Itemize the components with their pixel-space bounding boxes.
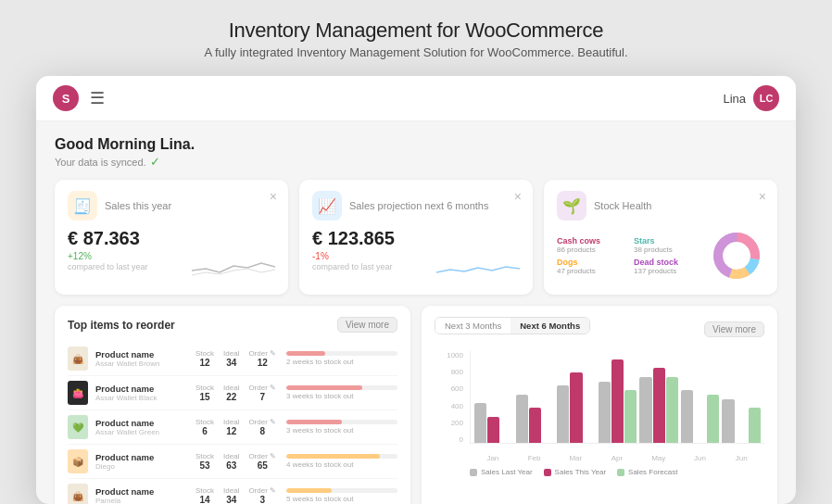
stock-bar-track xyxy=(286,420,397,424)
chart-bar xyxy=(516,395,528,443)
stock-out-text: 5 weeks to stock out xyxy=(286,495,397,503)
main-content: Good Morning Lina. Your data is synced. … xyxy=(36,121,796,504)
x-label: Jun xyxy=(681,454,720,462)
item-stats: Stock 53 Ideal 63 Order ✎ 65 xyxy=(195,452,279,471)
stat-stock: Stock 6 xyxy=(195,418,214,436)
sales-value: € 87.363 xyxy=(68,228,275,249)
chart-tab-3months[interactable]: Next 3 Months xyxy=(435,318,511,334)
health-card-close[interactable]: × xyxy=(759,189,766,204)
chart-bar xyxy=(639,377,651,443)
reorder-row: 👜 Product name Assar Wallet Brown Stock … xyxy=(68,342,397,376)
sync-check-icon: ✓ xyxy=(150,155,160,169)
bar-group xyxy=(516,351,555,443)
legend-this-year: Sales This Year xyxy=(544,468,606,476)
chart-bar xyxy=(653,368,665,443)
stat-order: Order ✎ 8 xyxy=(248,418,276,436)
item-bar-area: 3 weeks to stock out xyxy=(286,420,397,435)
sales-card-title: Sales this year xyxy=(105,200,171,211)
nav-logo: S xyxy=(53,85,79,111)
health-card-header: 🌱 Stock Health xyxy=(557,191,764,220)
donut-chart xyxy=(709,228,764,284)
bottom-row: Top items to reorder View more 👜 Product… xyxy=(55,306,777,504)
reorder-panel-header: Top items to reorder View more xyxy=(68,317,397,333)
reorder-title: Top items to reorder xyxy=(68,319,175,332)
hamburger-icon[interactable]: ☰ xyxy=(90,88,105,108)
chart-panel: Next 3 Months Next 6 Months View more 10… xyxy=(422,306,777,504)
item-name: Product name xyxy=(95,452,188,462)
bar-group xyxy=(639,351,678,443)
item-name: Product name xyxy=(95,349,188,359)
top-nav: S ☰ Lina LC xyxy=(36,76,796,121)
stock-bar-track xyxy=(286,488,397,493)
stock-bar-fill xyxy=(286,351,325,356)
chart-bar xyxy=(529,408,541,443)
chart-panel-header: Next 3 Months Next 6 Months View more xyxy=(435,317,764,342)
health-icon: 🌱 xyxy=(557,191,586,220)
chart-bar xyxy=(557,385,569,443)
cards-row: 🧾 Sales this year × € 87.363 +12% compar… xyxy=(55,180,777,295)
reorder-view-more[interactable]: View more xyxy=(337,317,397,333)
chart-bar xyxy=(624,390,637,443)
bar-chart: 1000 800 600 400 200 0 JanFebMarAprMayJu… xyxy=(435,351,764,462)
x-label: Mar xyxy=(556,454,595,462)
chart-bar xyxy=(681,390,693,443)
bar-group xyxy=(681,351,720,443)
chart-bar xyxy=(474,403,486,443)
x-label: Jun xyxy=(722,454,761,462)
item-bar-area: 2 weeks to stock out xyxy=(286,351,397,366)
chart-bar xyxy=(722,399,734,444)
sales-card-close[interactable]: × xyxy=(270,189,277,204)
page-header: Inventory Management for WooCommerce A f… xyxy=(204,19,627,59)
stat-stock: Stock 14 xyxy=(195,486,214,504)
item-bar-area: 5 weeks to stock out xyxy=(286,488,397,503)
stock-bar-fill xyxy=(286,454,380,459)
item-bar-area: 4 weeks to stock out xyxy=(286,454,397,469)
sales-sparkline xyxy=(192,252,275,280)
x-label: Jan xyxy=(473,454,512,462)
stock-label-stars: Stars 38 products xyxy=(634,236,700,254)
svg-point-5 xyxy=(724,243,750,269)
greeting: Good Morning Lina. Your data is synced. … xyxy=(55,136,777,169)
chart-bars-area xyxy=(470,351,764,444)
health-card-title: Stock Health xyxy=(594,200,651,211)
chart-bar xyxy=(611,359,624,443)
item-info: Product name Assar Wallet Black xyxy=(95,384,188,402)
stat-stock: Stock 12 xyxy=(195,349,214,368)
item-name: Product name xyxy=(95,418,188,428)
item-thumb: 💚 xyxy=(68,415,88,439)
chart-x-axis: JanFebMarAprMayJunJun xyxy=(470,454,764,462)
sales-icon: 🧾 xyxy=(68,191,97,220)
stat-ideal: Ideal 63 xyxy=(223,452,239,471)
stat-order: Order ✎ 7 xyxy=(248,384,276,402)
item-thumb: 👜 xyxy=(68,484,88,504)
chart-tab-6months[interactable]: Next 6 Months xyxy=(511,318,589,334)
bar-group xyxy=(599,351,637,443)
chart-bar xyxy=(487,417,499,444)
projection-icon: 📈 xyxy=(312,191,342,220)
stat-ideal: Ideal 34 xyxy=(223,486,239,504)
item-thumb: 📦 xyxy=(68,449,88,473)
stock-health-body: Cash cows 86 products Stars 38 products … xyxy=(557,228,764,284)
stock-bar-track xyxy=(286,385,397,390)
item-info: Product name Assar Wallet Green xyxy=(95,418,188,436)
reorder-row: 👛 Product name Assar Wallet Black Stock … xyxy=(68,376,397,410)
reorder-row: 💚 Product name Assar Wallet Green Stock … xyxy=(68,410,397,445)
projection-card-close[interactable]: × xyxy=(514,189,522,204)
stock-out-text: 2 weeks to stock out xyxy=(286,358,397,366)
chart-bar xyxy=(707,395,719,443)
chart-view-more[interactable]: View more xyxy=(704,321,764,337)
bar-group xyxy=(722,351,761,443)
x-label: Feb xyxy=(515,454,554,462)
stat-stock: Stock 53 xyxy=(195,452,214,471)
chart-y-axis: 1000 800 600 400 200 0 xyxy=(435,351,467,444)
reorder-panel: Top items to reorder View more 👜 Product… xyxy=(55,306,410,504)
item-stats: Stock 14 Ideal 34 Order ✎ 3 xyxy=(195,486,279,504)
bar-group xyxy=(474,351,513,443)
nav-user-name: Lina xyxy=(723,92,746,106)
projection-card: 📈 Sales projection next 6 months × € 123… xyxy=(299,180,533,295)
stat-ideal: Ideal 12 xyxy=(223,418,239,436)
app-window: S ☰ Lina LC Good Morning Lina. Your data… xyxy=(36,76,796,504)
chart-legend: Sales Last Year Sales This Year Sales Fo… xyxy=(435,468,764,476)
item-bar-area: 3 weeks to stock out xyxy=(286,385,397,400)
nav-avatar[interactable]: LC xyxy=(753,85,779,111)
